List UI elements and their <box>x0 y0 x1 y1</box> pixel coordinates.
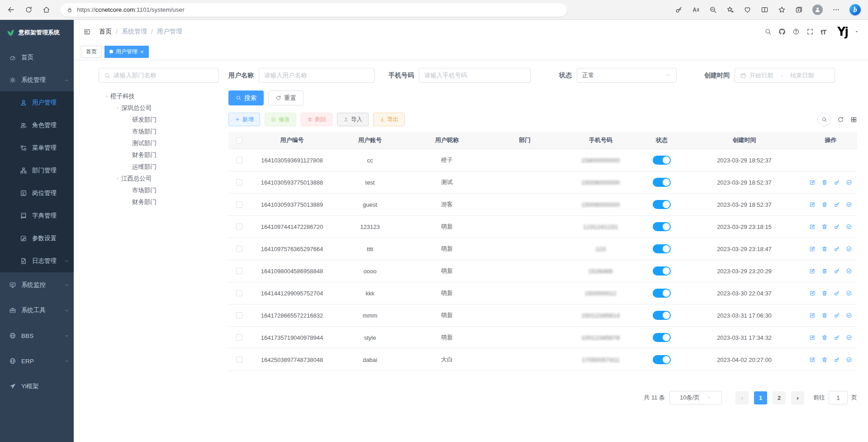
search-button[interactable]: 搜索 <box>228 90 264 105</box>
row-checkbox[interactable] <box>236 223 242 230</box>
row-assign-role-icon[interactable] <box>846 268 852 274</box>
row-delete-icon[interactable] <box>821 268 828 274</box>
reset-button[interactable]: 重置 <box>268 90 304 105</box>
user-avatar-logo[interactable]: Yj <box>837 25 848 38</box>
tree-caret-icon[interactable] <box>114 106 121 110</box>
sidebar-item[interactable]: 系统管理 <box>0 69 74 91</box>
row-edit-icon[interactable] <box>809 223 816 230</box>
sidebar-fold-icon[interactable] <box>83 28 91 36</box>
row-delete-icon[interactable] <box>821 201 828 208</box>
browser-profile-avatar[interactable] <box>812 5 823 15</box>
tab-user-management[interactable]: 用户管理 × <box>104 46 149 58</box>
refresh-table-icon[interactable] <box>837 116 844 123</box>
row-reset-password-icon[interactable] <box>834 223 840 230</box>
tree-node[interactable]: 研发部门 <box>99 114 218 126</box>
sidebar-item[interactable]: 首页 <box>0 46 74 69</box>
status-select[interactable]: 正常 <box>577 68 677 83</box>
password-key-icon[interactable] <box>675 6 683 14</box>
row-delete-icon[interactable] <box>821 223 828 230</box>
sidebar-item[interactable]: 角色管理 <box>0 114 74 137</box>
favorite-add-icon[interactable] <box>726 6 734 14</box>
row-checkbox[interactable] <box>236 334 242 341</box>
tree-node[interactable]: 江西总公司 <box>99 173 218 185</box>
row-assign-role-icon[interactable] <box>846 201 852 208</box>
browser-menu-icon[interactable] <box>832 6 840 14</box>
phone-input[interactable] <box>419 68 531 83</box>
row-edit-icon[interactable] <box>809 201 816 208</box>
row-edit-icon[interactable] <box>809 290 816 296</box>
sidebar-item[interactable]: 字典管理 <box>0 204 74 227</box>
row-assign-role-icon[interactable] <box>846 312 852 318</box>
tree-node[interactable]: 运维部门 <box>99 161 218 173</box>
status-toggle[interactable] <box>653 289 671 298</box>
tree-node[interactable]: 市场部门 <box>99 185 218 196</box>
tree-caret-icon[interactable] <box>103 94 110 99</box>
sidebar-item[interactable]: 用户管理 <box>0 91 74 114</box>
row-checkbox[interactable] <box>236 157 242 163</box>
row-assign-role-icon[interactable] <box>846 246 852 252</box>
status-toggle[interactable] <box>653 355 671 364</box>
goto-page-input[interactable] <box>829 391 848 404</box>
tree-node[interactable]: 财务部门 <box>99 196 218 208</box>
header-search-icon[interactable] <box>764 28 772 35</box>
zoom-out-icon[interactable] <box>709 6 717 14</box>
row-checkbox[interactable] <box>236 201 242 208</box>
row-edit-icon[interactable] <box>809 246 816 252</box>
row-edit-icon[interactable] <box>809 334 816 341</box>
date-range-picker[interactable]: 开始日期 - 结束日期 <box>735 68 835 83</box>
row-checkbox[interactable] <box>236 179 242 185</box>
browser-back-icon[interactable] <box>7 6 15 14</box>
collections-icon[interactable] <box>795 6 803 14</box>
tree-node[interactable]: 深圳总公司 <box>99 102 218 114</box>
read-aloud-icon[interactable] <box>692 6 700 14</box>
row-assign-role-icon[interactable] <box>846 334 852 341</box>
import-button[interactable]: 导入 <box>337 113 369 126</box>
row-reset-password-icon[interactable] <box>834 201 840 208</box>
browser-essentials-icon[interactable] <box>744 6 751 14</box>
row-reset-password-icon[interactable] <box>834 179 840 185</box>
select-all-checkbox[interactable] <box>236 137 242 143</box>
row-assign-role-icon[interactable] <box>846 223 852 230</box>
tab-home[interactable]: 首页 <box>81 46 102 58</box>
github-icon[interactable] <box>778 28 786 35</box>
row-reset-password-icon[interactable] <box>834 312 840 318</box>
row-delete-icon[interactable] <box>821 356 828 363</box>
status-toggle[interactable] <box>653 222 671 231</box>
row-delete-icon[interactable] <box>821 312 828 318</box>
font-size-icon[interactable]: tT <box>821 28 826 36</box>
sidebar-item[interactable]: 系统工具 <box>0 298 74 323</box>
copilot-icon[interactable]: b <box>849 4 861 15</box>
username-input[interactable] <box>259 68 375 83</box>
export-button[interactable]: 导出 <box>373 113 405 126</box>
tree-node[interactable]: 橙子科技 <box>99 90 218 102</box>
row-reset-password-icon[interactable] <box>834 246 840 252</box>
dept-name-field[interactable] <box>114 72 213 79</box>
add-button[interactable]: 新增 <box>228 113 260 126</box>
sidebar-item[interactable]: 岗位管理 <box>0 182 74 204</box>
row-delete-icon[interactable] <box>821 246 828 252</box>
status-toggle[interactable] <box>653 200 671 209</box>
sidebar-item[interactable]: 系统监控 <box>0 272 74 298</box>
row-edit-icon[interactable] <box>809 356 816 363</box>
status-toggle[interactable] <box>653 311 671 320</box>
page-button[interactable]: 1 <box>754 391 767 404</box>
username-field[interactable] <box>264 72 369 79</box>
row-reset-password-icon[interactable] <box>834 290 840 296</box>
status-toggle[interactable] <box>653 244 671 253</box>
favorites-icon[interactable] <box>778 6 786 14</box>
status-toggle[interactable] <box>653 333 671 342</box>
row-delete-icon[interactable] <box>821 179 828 185</box>
toggle-search-button[interactable] <box>817 113 831 126</box>
row-assign-role-icon[interactable] <box>846 290 852 296</box>
help-icon[interactable] <box>792 28 800 35</box>
sidebar-item[interactable]: 日志管理 <box>0 250 74 272</box>
tree-node[interactable]: 测试部门 <box>99 138 218 149</box>
next-page-button[interactable]: › <box>791 391 804 404</box>
sidebar-item[interactable]: 菜单管理 <box>0 137 74 159</box>
row-reset-password-icon[interactable] <box>834 268 840 274</box>
page-button[interactable]: 2 <box>773 391 786 404</box>
status-toggle[interactable] <box>653 178 671 187</box>
sidebar-item[interactable]: ERP <box>0 348 74 374</box>
sidebar-item[interactable]: 部门管理 <box>0 159 74 182</box>
sidebar-item[interactable]: BBS <box>0 323 74 348</box>
